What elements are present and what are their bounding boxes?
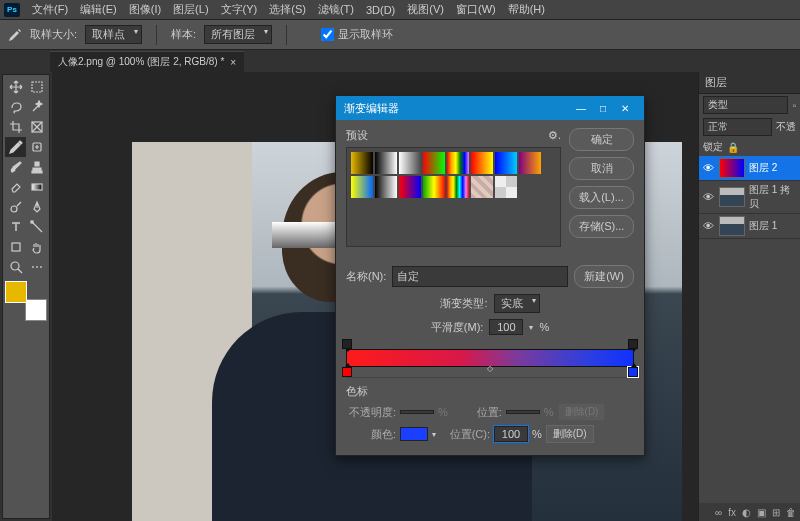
show-ring-input[interactable] [321, 28, 334, 41]
layer-filter-kind[interactable]: 类型 [703, 96, 788, 114]
spot-heal-tool[interactable] [26, 137, 47, 157]
color-swatches[interactable] [5, 281, 47, 321]
path-tool[interactable] [26, 217, 47, 237]
menu-edit[interactable]: 编辑(E) [74, 2, 123, 17]
layers-panel-footer: ∞ fx ◐ ▣ ⊞ 🗑 [699, 503, 800, 521]
opacity-stop-right[interactable] [628, 339, 638, 349]
visibility-icon[interactable]: 👁 [701, 162, 715, 174]
document-tab[interactable]: 人像2.png @ 100% (图层 2, RGB/8) * × [50, 51, 244, 72]
lasso-tool[interactable] [5, 97, 26, 117]
crop-tool[interactable] [5, 117, 26, 137]
zoom-tool[interactable] [5, 257, 26, 277]
sample-dropdown[interactable]: 所有图层 [204, 25, 272, 44]
gradient-preset[interactable] [447, 176, 469, 198]
gradient-preset[interactable] [447, 152, 469, 174]
color-swatch[interactable] [400, 427, 428, 441]
gear-icon[interactable]: ⚙. [548, 129, 561, 142]
smoothness-field[interactable]: 100 [489, 319, 523, 335]
maximize-icon[interactable]: □ [592, 103, 614, 114]
opacity-stop-left[interactable] [342, 339, 352, 349]
new-button[interactable]: 新建(W) [574, 265, 634, 288]
edit-toolbar[interactable]: ⋯ [26, 257, 47, 277]
gradient-type-dropdown[interactable]: 实底 [494, 294, 540, 313]
eyedropper-tool[interactable] [5, 137, 26, 157]
load-button[interactable]: 载入(L)... [569, 186, 634, 209]
midpoint-icon[interactable]: ◇ [487, 364, 493, 373]
shape-tool[interactable] [5, 237, 26, 257]
layer-thumbnail[interactable] [719, 158, 745, 178]
group-icon[interactable]: ▣ [757, 507, 766, 518]
menu-layer[interactable]: 图层(L) [167, 2, 214, 17]
dodge-tool[interactable] [5, 197, 26, 217]
blend-mode-dropdown[interactable]: 正常 [703, 118, 772, 136]
color-stop-left[interactable] [342, 367, 352, 377]
move-tool[interactable] [5, 77, 26, 97]
menu-view[interactable]: 视图(V) [401, 2, 450, 17]
menu-type[interactable]: 文字(Y) [215, 2, 264, 17]
color-pos-field[interactable]: 100 [494, 426, 528, 442]
ok-button[interactable]: 确定 [569, 128, 634, 151]
show-sample-ring-checkbox[interactable]: 显示取样环 [321, 27, 393, 42]
layers-panel: 图层 类型 ▫ 正常 不透 锁定 🔒 👁 图层 2 👁 图层 1 拷贝 [698, 72, 800, 521]
gradient-preset[interactable] [471, 152, 493, 174]
dialog-titlebar[interactable]: 渐变编辑器 — □ ✕ [336, 96, 644, 120]
menu-help[interactable]: 帮助(H) [502, 2, 551, 17]
wand-tool[interactable] [26, 97, 47, 117]
gradient-preset[interactable] [351, 176, 373, 198]
gradient-preset[interactable] [351, 152, 373, 174]
trash-icon[interactable]: 🗑 [786, 507, 796, 518]
menu-filter[interactable]: 滤镜(T) [312, 2, 360, 17]
cancel-button[interactable]: 取消 [569, 157, 634, 180]
minimize-icon[interactable]: — [570, 103, 592, 114]
eraser-tool[interactable] [5, 177, 26, 197]
menu-window[interactable]: 窗口(W) [450, 2, 502, 17]
visibility-icon[interactable]: 👁 [701, 220, 715, 232]
delete-color-stop-button[interactable]: 删除(D) [546, 425, 594, 443]
layer-item[interactable]: 👁 图层 1 [699, 214, 800, 239]
layer-thumbnail[interactable] [719, 187, 745, 207]
gradient-bar[interactable]: ◇ [346, 349, 634, 367]
menu-select[interactable]: 选择(S) [263, 2, 312, 17]
menu-file[interactable]: 文件(F) [26, 2, 74, 17]
gradient-preset[interactable] [375, 176, 397, 198]
name-field[interactable]: 自定 [392, 266, 568, 287]
gradient-preset[interactable] [471, 176, 493, 198]
visibility-icon[interactable]: 👁 [701, 191, 715, 203]
frame-tool[interactable] [26, 117, 47, 137]
layer-item[interactable]: 👁 图层 1 拷贝 [699, 181, 800, 214]
mask-icon[interactable]: ◐ [742, 507, 751, 518]
sample-size-dropdown[interactable]: 取样点 [85, 25, 142, 44]
close-icon[interactable]: ✕ [614, 103, 636, 114]
new-layer-icon[interactable]: ⊞ [772, 507, 780, 518]
save-button[interactable]: 存储(S)... [569, 215, 634, 238]
gradient-preset[interactable] [423, 152, 445, 174]
stamp-tool[interactable] [26, 157, 47, 177]
hand-tool[interactable] [26, 237, 47, 257]
link-layers-icon[interactable]: ∞ [715, 507, 722, 518]
layer-item[interactable]: 👁 图层 2 [699, 156, 800, 181]
pen-tool[interactable] [26, 197, 47, 217]
layer-thumbnail[interactable] [719, 216, 745, 236]
gradient-preset[interactable] [375, 152, 397, 174]
filter-icon[interactable]: ▫ [792, 100, 796, 111]
gradient-preset[interactable] [495, 152, 517, 174]
foreground-swatch[interactable] [5, 281, 27, 303]
close-icon[interactable]: × [230, 57, 236, 68]
lock-icon[interactable]: 🔒 [727, 142, 739, 153]
color-stop-right[interactable] [628, 367, 638, 377]
gradient-preset[interactable] [399, 176, 421, 198]
gradient-tool[interactable] [26, 177, 47, 197]
gradient-preset[interactable] [519, 152, 541, 174]
gradient-preset[interactable] [423, 176, 445, 198]
background-swatch[interactable] [25, 299, 47, 321]
gradient-preset[interactable] [495, 176, 517, 198]
type-tool[interactable] [5, 217, 26, 237]
layers-tab[interactable]: 图层 [699, 72, 800, 94]
brush-tool[interactable] [5, 157, 26, 177]
fx-icon[interactable]: fx [728, 507, 736, 518]
marquee-tool[interactable] [26, 77, 47, 97]
menu-3d[interactable]: 3D(D) [360, 4, 401, 16]
eyedropper-icon [8, 28, 22, 42]
menu-image[interactable]: 图像(I) [123, 2, 167, 17]
gradient-preset[interactable] [399, 152, 421, 174]
